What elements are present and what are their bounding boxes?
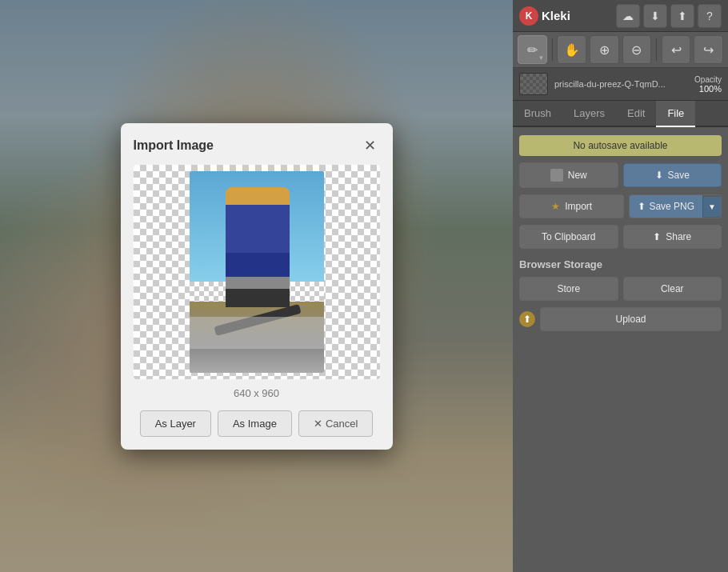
- zoom-in-icon: ⊕: [599, 42, 610, 58]
- save-png-button[interactable]: ⬆ Save PNG: [630, 195, 702, 218]
- skater-body: [226, 187, 290, 307]
- close-dialog-button[interactable]: ✕: [361, 136, 380, 155]
- clipboard-share-row: To Clipboard ⬆ Share: [519, 225, 722, 249]
- autosave-notice: No autosave available: [519, 135, 722, 156]
- zoom-in-button[interactable]: ⊕: [590, 35, 619, 64]
- share-icon[interactable]: ⬆: [670, 4, 694, 28]
- import-icon: ★: [551, 201, 560, 212]
- kleki-logo: K Kleki: [519, 6, 570, 26]
- redo-button[interactable]: ↪: [694, 35, 723, 64]
- share-button[interactable]: ⬆ Share: [623, 225, 722, 249]
- modal-overlay: Import Image ✕: [0, 0, 513, 572]
- store-clear-row: Store Clear: [519, 277, 722, 301]
- crowd-area: [190, 317, 324, 349]
- topbar: K Kleki ☁ ⬇ ⬆ ?: [513, 0, 728, 32]
- right-sidebar: K Kleki ☁ ⬇ ⬆ ? ✏ ▼ ✋ ⊕ ⊖ ↩ ↪: [513, 0, 728, 572]
- save-png-icon: ⬆: [638, 201, 646, 212]
- download-icon[interactable]: ⬇: [643, 4, 667, 28]
- redo-icon: ↪: [703, 42, 714, 58]
- zoom-out-button[interactable]: ⊖: [622, 35, 652, 64]
- tool-separator: [552, 38, 553, 61]
- brush-tool-button[interactable]: ✏ ▼: [518, 35, 547, 64]
- as-image-button[interactable]: As Image: [218, 410, 292, 437]
- save-icon: ⬇: [655, 170, 663, 181]
- zoom-out-icon: ⊖: [631, 42, 642, 58]
- cancel-x-icon: ✕: [314, 418, 322, 430]
- undo-button[interactable]: ↩: [662, 35, 691, 64]
- dialog-buttons: As Layer As Image ✕ Cancel: [134, 410, 380, 437]
- undo-icon: ↩: [671, 42, 682, 58]
- hand-icon: ✋: [564, 42, 580, 58]
- save-button[interactable]: ⬇ Save: [623, 163, 722, 187]
- move-tool-button[interactable]: ✋: [557, 35, 586, 64]
- tab-layers[interactable]: Layers: [562, 101, 616, 127]
- share-btn-icon: ⬆: [653, 231, 661, 242]
- file-panel: No autosave available New ⬇ Save ★ Impor…: [513, 127, 728, 572]
- browser-storage-title: Browser Storage: [519, 258, 722, 270]
- layer-preview-row: priscilla-du-preez-Q-TqmD... Opacity 100…: [513, 68, 728, 101]
- import-savepng-row: ★ Import ⬆ Save PNG ▼: [519, 194, 722, 218]
- layer-name: priscilla-du-preez-Q-TqmD...: [554, 79, 688, 89]
- topbar-icons: ☁ ⬇ ⬆ ?: [616, 4, 722, 28]
- image-preview-wrapper: [190, 171, 324, 373]
- as-layer-button[interactable]: As Layer: [140, 410, 211, 437]
- tool-separator-2: [656, 38, 657, 61]
- tab-file[interactable]: File: [656, 101, 695, 127]
- upload-icon: ⬆: [519, 311, 535, 327]
- clear-button[interactable]: Clear: [623, 277, 722, 301]
- upload-button[interactable]: Upload: [540, 307, 722, 331]
- upload-row: ⬆ Upload: [519, 307, 722, 331]
- brush-icon: ✏: [527, 42, 538, 58]
- new-button[interactable]: New: [519, 162, 618, 188]
- save-png-arrow-button[interactable]: ▼: [702, 197, 721, 217]
- store-button[interactable]: Store: [519, 277, 618, 301]
- logo-icon: K: [519, 6, 538, 26]
- opacity-control: Opacity 100%: [694, 75, 722, 94]
- new-save-row: New ⬇ Save: [519, 162, 722, 188]
- layer-thumbnail: [519, 73, 548, 95]
- image-dimensions: 640 x 960: [134, 387, 380, 399]
- brush-dropdown-arrow: ▼: [538, 54, 545, 62]
- help-icon[interactable]: ?: [698, 4, 722, 28]
- save-png-dropdown: ⬆ Save PNG ▼: [629, 194, 722, 218]
- dialog-title: Import Image: [134, 138, 214, 153]
- toolbar: ✏ ▼ ✋ ⊕ ⊖ ↩ ↪: [513, 32, 728, 68]
- tab-bar: Brush Layers Edit File: [513, 101, 728, 127]
- to-clipboard-button[interactable]: To Clipboard: [519, 225, 618, 249]
- tab-brush[interactable]: Brush: [513, 101, 562, 127]
- import-button[interactable]: ★ Import: [519, 194, 624, 218]
- tab-edit[interactable]: Edit: [616, 101, 656, 127]
- opacity-label: Opacity: [694, 75, 722, 84]
- opacity-value: 100%: [694, 84, 722, 94]
- cloud-icon[interactable]: ☁: [616, 4, 640, 28]
- chevron-down-icon: ▼: [708, 202, 716, 211]
- import-image-dialog: Import Image ✕: [121, 123, 393, 450]
- logo-text: Kleki: [542, 9, 570, 22]
- image-preview-container: [134, 165, 380, 379]
- new-icon: [550, 169, 563, 182]
- dialog-header: Import Image ✕: [134, 136, 380, 155]
- cancel-button[interactable]: ✕ Cancel: [298, 410, 373, 437]
